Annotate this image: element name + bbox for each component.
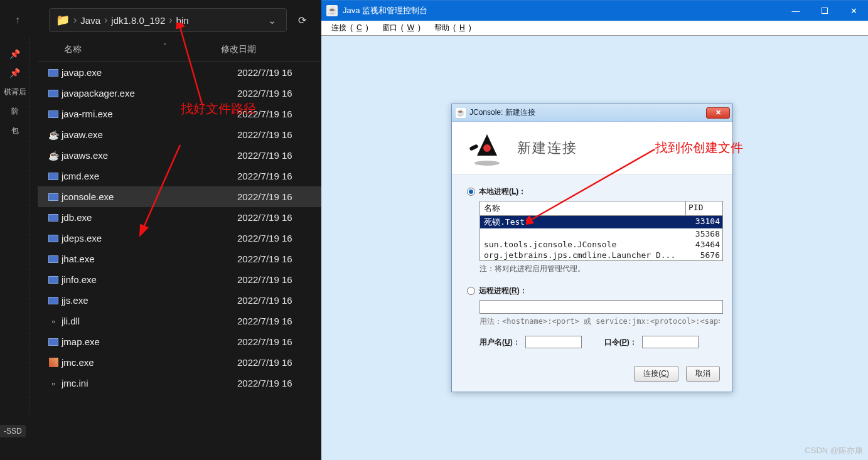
exe-icon xyxy=(48,110,58,118)
java-icon: ☕ xyxy=(48,130,59,140)
process-pid: 5676 xyxy=(686,250,722,260)
folder-icon: 📁 xyxy=(56,13,70,27)
rail-label[interactable]: 棋背后 xyxy=(4,87,26,97)
dialog-title: JConsole: 新建连接 xyxy=(469,107,706,118)
pin-icon[interactable]: 📌 xyxy=(9,68,20,78)
password-input[interactable] xyxy=(642,336,699,348)
process-name: 死锁.Test xyxy=(480,216,686,228)
file-row[interactable]: jinfo.exe2022/7/19 16 xyxy=(38,269,321,290)
drive-label[interactable]: -SSD xyxy=(0,425,26,437)
menu-window[interactable]: 窗口(W) xyxy=(375,21,424,35)
file-name: jconsole.exe xyxy=(62,191,237,202)
file-row[interactable]: jcmd.exe2022/7/19 16 xyxy=(38,166,321,186)
password-label: 口令(P)： xyxy=(604,337,637,348)
file-date: 2022/7/19 16 xyxy=(237,88,314,99)
file-name: jjs.exe xyxy=(62,295,237,306)
file-row[interactable]: ▫jli.dll2022/7/19 16 xyxy=(38,311,321,331)
new-connection-dialog: ☕ JConsole: 新建连接 ✕ 新建连接 本地进程(L)： 名称 xyxy=(451,104,733,392)
menu-connect[interactable]: 连接(C) xyxy=(324,21,372,35)
file-date: 2022/7/19 16 xyxy=(237,357,314,368)
dialog-close-button[interactable]: ✕ xyxy=(706,107,730,119)
connect-button[interactable]: 连接(C) xyxy=(634,366,678,382)
exe-icon xyxy=(48,214,58,222)
file-row[interactable]: java-rmi.exe2022/7/19 16 xyxy=(38,104,321,124)
file-name: javaw.exe xyxy=(62,129,237,140)
file-row[interactable]: jhat.exe2022/7/19 16 xyxy=(38,249,321,269)
breadcrumb-part[interactable]: Java xyxy=(80,15,100,26)
process-col-pid[interactable]: PID xyxy=(686,201,722,215)
breadcrumb-part[interactable]: bin xyxy=(176,15,189,26)
process-row[interactable]: org.jetbrains.jps.cmdline.Launcher D...5… xyxy=(480,250,722,260)
exe-icon xyxy=(48,255,58,263)
exe-icon xyxy=(48,69,58,77)
process-pid: 43464 xyxy=(686,239,722,250)
file-row[interactable]: jmc.exe2022/7/19 16 xyxy=(38,352,321,373)
rail-label[interactable]: 阶 xyxy=(11,106,19,117)
column-headers[interactable]: ˄ 名称 修改日期 xyxy=(38,38,321,62)
local-process-radio[interactable] xyxy=(467,188,475,196)
pin-icon[interactable]: 📌 xyxy=(9,49,20,59)
file-row[interactable]: javap.exe2022/7/19 16 xyxy=(38,62,321,83)
remote-address-input[interactable] xyxy=(480,300,723,314)
java-icon: ☕ xyxy=(456,108,466,118)
process-table[interactable]: 名称 PID 死锁.Test3310435368sun.tools.jconso… xyxy=(480,201,723,261)
duke-mascot-icon xyxy=(469,131,505,166)
column-date[interactable]: 修改日期 xyxy=(221,44,314,55)
file-name: jmap.exe xyxy=(62,336,237,347)
process-pid: 33104 xyxy=(686,216,722,228)
file-row[interactable]: jjs.exe2022/7/19 16 xyxy=(38,290,321,311)
process-row[interactable]: 死锁.Test33104 xyxy=(480,216,722,228)
breadcrumb-part[interactable]: jdk1.8.0_192 xyxy=(111,15,165,26)
exe-icon xyxy=(48,297,58,304)
breadcrumb[interactable]: 📁 › Java › jdk1.8.0_192 › bin ⌄ xyxy=(49,8,287,32)
process-col-name[interactable]: 名称 xyxy=(480,201,686,215)
cancel-button[interactable]: 取消 xyxy=(686,366,720,382)
file-row[interactable]: jdeps.exe2022/7/19 16 xyxy=(38,228,321,249)
agent-note: 注：将对此进程启用管理代理。 xyxy=(480,264,720,274)
chevron-down-icon[interactable]: ⌄ xyxy=(264,14,280,26)
file-name: javaws.exe xyxy=(62,150,237,161)
close-button[interactable]: ✕ xyxy=(839,1,868,21)
file-date: 2022/7/19 16 xyxy=(237,109,314,119)
process-row[interactable]: 35368 xyxy=(480,228,722,239)
process-row[interactable]: sun.tools.jconsole.JConsole43464 xyxy=(480,239,722,250)
remote-process-radio[interactable] xyxy=(467,287,475,295)
refresh-button[interactable]: ⟳ xyxy=(292,9,313,31)
exe-icon xyxy=(48,235,58,242)
file-row[interactable]: ☕javaws.exe2022/7/19 16 xyxy=(38,145,321,166)
process-name: sun.tools.jconsole.JConsole xyxy=(480,239,686,250)
file-date: 2022/7/19 16 xyxy=(237,171,314,181)
file-row[interactable]: ☕javaw.exe2022/7/19 16 xyxy=(38,124,321,145)
title-bar[interactable]: ☕ Java 监视和管理控制台 — ✕ xyxy=(321,1,868,21)
exe-icon xyxy=(48,338,58,346)
jmc-icon xyxy=(49,358,58,367)
exe-icon xyxy=(48,193,58,201)
file-date: 2022/7/19 16 xyxy=(237,233,314,243)
minimize-button[interactable]: — xyxy=(781,1,810,21)
rail-label[interactable]: 包 xyxy=(11,126,19,136)
dialog-heading: 新建连接 xyxy=(517,139,577,158)
menu-help[interactable]: 帮助(H) xyxy=(427,21,475,35)
window-title: Java 监视和管理控制台 xyxy=(343,5,781,16)
file-date: 2022/7/19 16 xyxy=(237,67,314,78)
nav-up-icon[interactable]: ↑ xyxy=(9,9,26,31)
file-row[interactable]: jconsole.exe2022/7/19 16 xyxy=(38,186,321,207)
maximize-button[interactable] xyxy=(810,1,839,21)
file-row[interactable]: jdb.exe2022/7/19 16 xyxy=(38,207,321,228)
file-row[interactable]: javapackager.exe2022/7/19 16 xyxy=(38,83,321,104)
file-date: 2022/7/19 16 xyxy=(237,316,314,326)
username-input[interactable] xyxy=(525,336,582,348)
file-date: 2022/7/19 16 xyxy=(237,191,314,202)
exe-icon xyxy=(48,173,58,180)
dialog-title-bar[interactable]: ☕ JConsole: 新建连接 ✕ xyxy=(452,104,732,122)
exe-icon xyxy=(48,90,58,97)
file-name: jdeps.exe xyxy=(62,233,237,243)
menu-bar[interactable]: 连接(C) 窗口(W) 帮助(H) xyxy=(321,21,868,36)
file-icon: ▫ xyxy=(52,378,55,388)
file-row[interactable]: ▫jmc.ini2022/7/19 16 xyxy=(38,373,321,393)
quick-access-rail: 📌 📌 棋背后 阶 包 xyxy=(0,38,30,414)
file-row[interactable]: jmap.exe2022/7/19 16 xyxy=(38,331,321,352)
file-name: javap.exe xyxy=(62,67,237,78)
file-date: 2022/7/19 16 xyxy=(237,336,314,347)
column-name[interactable]: 名称 xyxy=(45,44,221,55)
